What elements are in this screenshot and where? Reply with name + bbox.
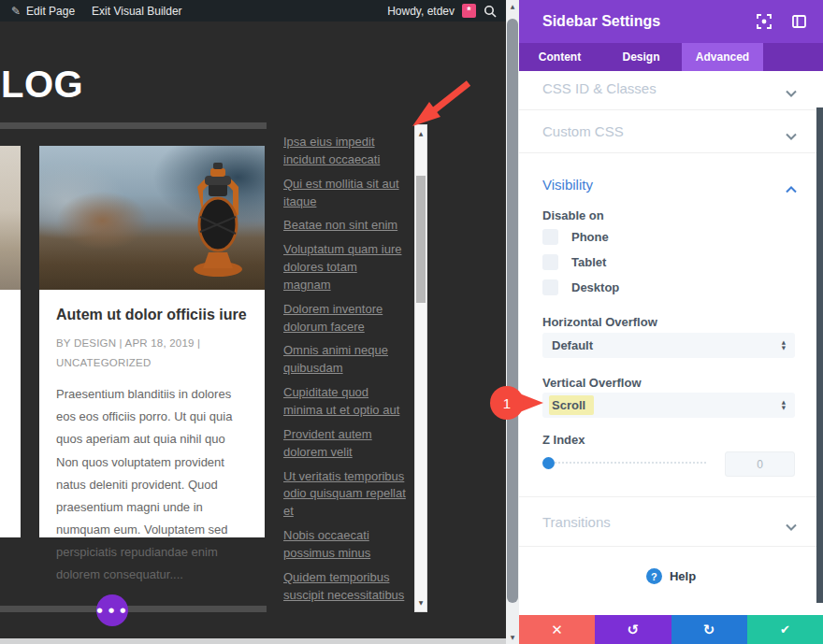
divider (519, 496, 823, 497)
blog-card-partial-image (0, 146, 21, 290)
chevron-down-icon[interactable] (786, 84, 797, 101)
vertical-overflow-select[interactable]: Scroll ▲▼ (542, 393, 795, 418)
checkbox[interactable] (542, 279, 558, 295)
section-divider-bottom (0, 606, 267, 612)
post-excerpt: Praesentium blanditiis in dolores eos eo… (56, 383, 248, 585)
checkbox[interactable] (542, 229, 558, 245)
search-icon[interactable] (484, 5, 497, 18)
selected-value-highlighted: Scroll (549, 395, 594, 415)
sidebar-vertical-scrollbar[interactable]: ▲ ▼ (414, 124, 427, 612)
checkbox-phone[interactable]: Phone (542, 229, 609, 245)
divider (519, 109, 823, 110)
section-css-id-classes[interactable]: CSS ID & Classes (542, 80, 657, 96)
post-featured-image[interactable] (39, 146, 265, 290)
edit-page-button[interactable]: ✎ Edit Page (11, 5, 75, 18)
sidebar-widget-links: Ipsa eius impedit incidunt occaecati Qui… (283, 134, 407, 604)
scrollbar-thumb[interactable] (507, 19, 518, 603)
lantern-graphic (188, 159, 248, 277)
vertical-overflow-label: Vertical Overflow (542, 376, 642, 390)
scroll-up-arrow-icon[interactable]: ▲ (415, 129, 426, 138)
howdy-account-link[interactable]: Howdy, etdev (387, 5, 455, 18)
scrollbar-thumb[interactable] (416, 176, 426, 303)
panel-tabs: Content Design Advanced (519, 43, 823, 71)
next-section-edge (0, 638, 506, 644)
panel-action-buttons: ✕ ↺ ↻ ✔ (519, 615, 823, 644)
z-index-label: Z Index (542, 433, 585, 447)
chevron-up-icon[interactable] (786, 180, 797, 197)
wp-admin-bar: ✎ Edit Page Exit Visual Builder Howdy, e… (0, 0, 506, 21)
exit-visual-builder-label: Exit Visual Builder (92, 5, 182, 18)
focus-mode-icon[interactable] (757, 14, 772, 29)
close-icon: ✕ (551, 622, 563, 638)
widget-link[interactable]: Beatae non sint enim (283, 217, 407, 235)
widget-link[interactable]: Omnis animi neque quibusdam (283, 342, 407, 378)
section-transitions[interactable]: Transitions (542, 514, 611, 530)
tab-advanced[interactable]: Advanced (682, 43, 763, 71)
widget-link[interactable]: Ut veritatis temporibus odio quisquam re… (283, 468, 407, 522)
avatar[interactable]: * (462, 4, 476, 18)
horizontal-overflow-select[interactable]: Default ▲▼ (542, 333, 795, 358)
page-title: LOG (1, 64, 83, 106)
checkbox[interactable] (542, 254, 558, 270)
divider (519, 546, 823, 547)
undo-button[interactable]: ↺ (595, 615, 671, 644)
widget-link[interactable]: Nobis occaecati possimus minus (283, 527, 407, 563)
scroll-up-arrow-icon[interactable]: ▲ (506, 3, 519, 10)
panel-header: Sidebar Settings (519, 0, 823, 43)
panel-scrollbar[interactable] (816, 107, 823, 603)
discard-button[interactable]: ✕ (519, 615, 595, 644)
z-index-value-field[interactable]: 0 (725, 451, 795, 477)
exit-visual-builder-button[interactable]: Exit Visual Builder (92, 5, 182, 18)
help-label: Help (670, 569, 696, 583)
checkbox-tablet[interactable]: Tablet (542, 254, 606, 270)
horizontal-overflow-label: Horizontal Overflow (542, 315, 657, 329)
selected-value: Default (552, 338, 782, 352)
chevron-down-icon[interactable] (786, 518, 797, 535)
widget-link[interactable]: Voluptatum quam iure dolores totam magna… (283, 241, 407, 294)
question-icon: ? (646, 568, 662, 584)
panel-title: Sidebar Settings (542, 13, 757, 30)
post-meta: BY DESIGN | APR 18, 2019 | UNCATEGORIZED (56, 334, 248, 372)
widget-link[interactable]: Cupiditate quod minima ut et optio aut (283, 384, 407, 420)
select-stepper-icon: ▲▼ (782, 340, 786, 351)
blog-card-partial (0, 146, 21, 537)
pencil-icon: ✎ (11, 5, 21, 18)
redo-icon: ↻ (703, 622, 715, 638)
slider-knob[interactable] (542, 457, 555, 469)
tab-design[interactable]: Design (600, 43, 682, 71)
widget-link[interactable]: Qui est mollitia sit aut itaque (283, 176, 407, 211)
save-button[interactable]: ✔ (747, 615, 823, 644)
divi-visual-builder: ✎ Edit Page Exit Visual Builder Howdy, e… (0, 0, 823, 644)
section-visibility[interactable]: Visibility (542, 177, 593, 193)
section-settings-button[interactable]: ● ● ● (96, 594, 128, 626)
chevron-down-icon[interactable] (786, 127, 797, 144)
checkbox-label: Tablet (571, 255, 606, 269)
panel-position-icon[interactable] (792, 15, 806, 28)
slider-track[interactable] (542, 462, 706, 464)
post-title[interactable]: Autem ut dolor officiis iure (56, 307, 248, 323)
widget-link[interactable]: Dolorem inventore dolorum facere (283, 301, 407, 336)
tab-content[interactable]: Content (519, 43, 600, 71)
section-custom-css[interactable]: Custom CSS (542, 123, 624, 139)
redo-button[interactable]: ↻ (671, 615, 747, 644)
disable-on-label: Disable on (542, 208, 604, 222)
blog-post-card: Autem ut dolor officiis iure BY DESIGN |… (39, 146, 265, 537)
check-icon: ✔ (780, 623, 790, 637)
widget-link[interactable]: Quidem temporibus suscipit necessitatibu… (283, 569, 407, 605)
scroll-down-arrow-icon[interactable]: ▼ (415, 598, 426, 608)
help-button[interactable]: ? Help (519, 568, 823, 584)
select-stepper-icon: ▲▼ (782, 400, 786, 410)
scroll-down-arrow-icon[interactable]: ▼ (506, 634, 519, 641)
divider (519, 152, 823, 153)
checkbox-label: Desktop (571, 280, 619, 294)
section-divider-top (0, 122, 267, 129)
sidebar-settings-panel: Sidebar Settings Content Design Advanc (519, 0, 823, 644)
z-index-slider[interactable] (542, 457, 706, 468)
widget-link[interactable]: Ipsa eius impedit incidunt occaecati (283, 134, 407, 169)
annotation-arrow-icon (409, 78, 476, 128)
browser-scrollbar[interactable]: ▲ ▼ (506, 0, 519, 644)
checkbox-label: Phone (571, 230, 609, 244)
widget-link[interactable]: Provident autem dolorem velit (283, 426, 407, 462)
checkbox-desktop[interactable]: Desktop (542, 279, 619, 295)
page-preview-area: ✎ Edit Page Exit Visual Builder Howdy, e… (0, 0, 506, 644)
